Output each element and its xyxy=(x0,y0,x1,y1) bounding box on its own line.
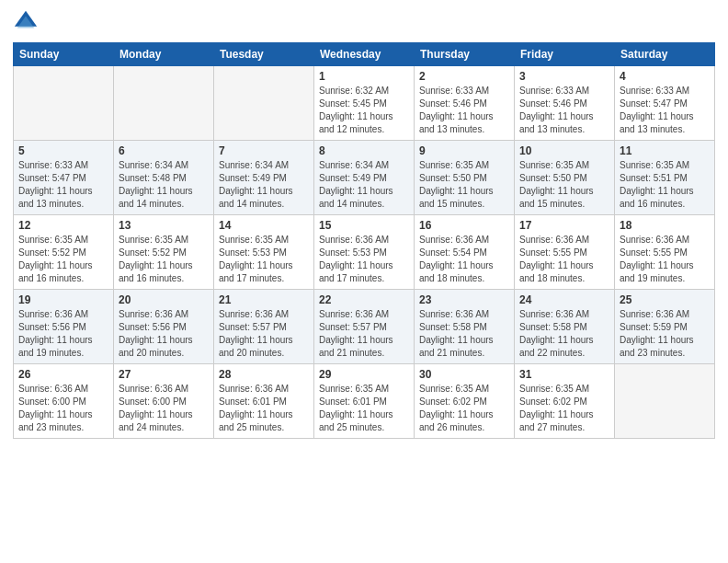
day-cell: 22Sunrise: 6:36 AM Sunset: 5:57 PM Dayli… xyxy=(314,290,415,364)
day-info: Sunrise: 6:36 AM Sunset: 5:58 PM Dayligh… xyxy=(519,308,609,360)
day-number: 9 xyxy=(419,144,509,157)
day-cell: 6Sunrise: 6:34 AM Sunset: 5:48 PM Daylig… xyxy=(114,141,214,215)
day-number: 14 xyxy=(219,219,309,232)
day-info: Sunrise: 6:33 AM Sunset: 5:46 PM Dayligh… xyxy=(519,85,609,136)
day-info: Sunrise: 6:33 AM Sunset: 5:46 PM Dayligh… xyxy=(419,85,509,136)
day-info: Sunrise: 6:36 AM Sunset: 5:55 PM Dayligh… xyxy=(519,234,609,285)
weekday-tuesday: Tuesday xyxy=(214,43,314,66)
day-info: Sunrise: 6:36 AM Sunset: 5:57 PM Dayligh… xyxy=(319,308,409,360)
day-info: Sunrise: 6:35 AM Sunset: 5:53 PM Dayligh… xyxy=(219,234,309,285)
day-number: 7 xyxy=(219,144,309,157)
week-row-3: 19Sunrise: 6:36 AM Sunset: 5:56 PM Dayli… xyxy=(14,290,715,364)
day-number: 11 xyxy=(620,144,710,157)
page-container: SundayMondayTuesdayWednesdayThursdayFrid… xyxy=(0,0,728,448)
day-cell: 23Sunrise: 6:36 AM Sunset: 5:58 PM Dayli… xyxy=(415,290,515,364)
day-number: 2 xyxy=(419,70,509,83)
day-number: 25 xyxy=(620,293,710,306)
day-cell: 9Sunrise: 6:35 AM Sunset: 5:50 PM Daylig… xyxy=(415,141,515,215)
day-info: Sunrise: 6:36 AM Sunset: 6:01 PM Dayligh… xyxy=(219,383,309,434)
day-info: Sunrise: 6:35 AM Sunset: 5:52 PM Dayligh… xyxy=(18,234,108,285)
day-number: 18 xyxy=(620,219,710,232)
day-cell: 11Sunrise: 6:35 AM Sunset: 5:51 PM Dayli… xyxy=(615,141,715,215)
day-number: 19 xyxy=(18,293,108,306)
day-number: 28 xyxy=(219,368,309,381)
day-cell: 5Sunrise: 6:33 AM Sunset: 5:47 PM Daylig… xyxy=(14,141,114,215)
day-cell: 1Sunrise: 6:32 AM Sunset: 5:45 PM Daylig… xyxy=(314,66,415,141)
day-number: 13 xyxy=(119,219,209,232)
day-info: Sunrise: 6:32 AM Sunset: 5:45 PM Dayligh… xyxy=(319,85,409,136)
day-number: 15 xyxy=(319,219,409,232)
day-cell: 27Sunrise: 6:36 AM Sunset: 6:00 PM Dayli… xyxy=(114,364,214,439)
day-cell: 8Sunrise: 6:34 AM Sunset: 5:49 PM Daylig… xyxy=(314,141,415,215)
day-number: 23 xyxy=(419,293,509,306)
weekday-friday: Friday xyxy=(515,43,615,66)
day-cell: 24Sunrise: 6:36 AM Sunset: 5:58 PM Dayli… xyxy=(515,290,615,364)
week-row-0: 1Sunrise: 6:32 AM Sunset: 5:45 PM Daylig… xyxy=(14,66,715,141)
day-cell: 26Sunrise: 6:36 AM Sunset: 6:00 PM Dayli… xyxy=(14,364,114,439)
day-cell: 30Sunrise: 6:35 AM Sunset: 6:02 PM Dayli… xyxy=(415,364,515,439)
day-info: Sunrise: 6:36 AM Sunset: 6:00 PM Dayligh… xyxy=(18,383,108,434)
day-cell: 2Sunrise: 6:33 AM Sunset: 5:46 PM Daylig… xyxy=(415,66,515,141)
logo-icon xyxy=(13,9,39,35)
week-row-1: 5Sunrise: 6:33 AM Sunset: 5:47 PM Daylig… xyxy=(14,141,715,215)
day-number: 4 xyxy=(620,70,710,83)
day-cell: 14Sunrise: 6:35 AM Sunset: 5:53 PM Dayli… xyxy=(214,215,314,290)
day-info: Sunrise: 6:36 AM Sunset: 5:54 PM Dayligh… xyxy=(419,234,509,285)
day-number: 22 xyxy=(319,293,409,306)
logo xyxy=(13,9,40,35)
day-cell: 10Sunrise: 6:35 AM Sunset: 5:50 PM Dayli… xyxy=(515,141,615,215)
day-number: 29 xyxy=(319,368,409,381)
day-number: 10 xyxy=(519,144,609,157)
day-info: Sunrise: 6:36 AM Sunset: 5:59 PM Dayligh… xyxy=(620,308,710,360)
day-info: Sunrise: 6:35 AM Sunset: 5:50 PM Dayligh… xyxy=(519,159,609,211)
weekday-header-row: SundayMondayTuesdayWednesdayThursdayFrid… xyxy=(14,43,715,66)
day-number: 21 xyxy=(219,293,309,306)
day-number: 20 xyxy=(119,293,209,306)
day-cell: 17Sunrise: 6:36 AM Sunset: 5:55 PM Dayli… xyxy=(515,215,615,290)
day-number: 3 xyxy=(519,70,609,83)
day-cell: 12Sunrise: 6:35 AM Sunset: 5:52 PM Dayli… xyxy=(14,215,114,290)
day-info: Sunrise: 6:34 AM Sunset: 5:48 PM Dayligh… xyxy=(119,159,209,211)
day-number: 26 xyxy=(18,368,108,381)
day-info: Sunrise: 6:36 AM Sunset: 5:56 PM Dayligh… xyxy=(18,308,108,360)
day-number: 8 xyxy=(319,144,409,157)
day-info: Sunrise: 6:34 AM Sunset: 5:49 PM Dayligh… xyxy=(219,159,309,211)
day-info: Sunrise: 6:35 AM Sunset: 6:02 PM Dayligh… xyxy=(419,383,509,434)
day-number: 17 xyxy=(519,219,609,232)
day-number: 5 xyxy=(18,144,108,157)
day-cell xyxy=(214,66,314,141)
weekday-wednesday: Wednesday xyxy=(314,43,415,66)
day-cell: 4Sunrise: 6:33 AM Sunset: 5:47 PM Daylig… xyxy=(615,66,715,141)
day-info: Sunrise: 6:36 AM Sunset: 5:53 PM Dayligh… xyxy=(319,234,409,285)
day-info: Sunrise: 6:35 AM Sunset: 6:02 PM Dayligh… xyxy=(519,383,609,434)
day-cell: 20Sunrise: 6:36 AM Sunset: 5:56 PM Dayli… xyxy=(114,290,214,364)
day-number: 1 xyxy=(319,70,409,83)
day-info: Sunrise: 6:35 AM Sunset: 5:51 PM Dayligh… xyxy=(620,159,710,211)
day-cell: 15Sunrise: 6:36 AM Sunset: 5:53 PM Dayli… xyxy=(314,215,415,290)
weekday-thursday: Thursday xyxy=(415,43,515,66)
weekday-sunday: Sunday xyxy=(14,43,114,66)
day-cell: 13Sunrise: 6:35 AM Sunset: 5:52 PM Dayli… xyxy=(114,215,214,290)
weekday-saturday: Saturday xyxy=(615,43,715,66)
day-cell: 7Sunrise: 6:34 AM Sunset: 5:49 PM Daylig… xyxy=(214,141,314,215)
day-cell xyxy=(615,364,715,439)
day-info: Sunrise: 6:35 AM Sunset: 6:01 PM Dayligh… xyxy=(319,383,409,434)
day-cell: 19Sunrise: 6:36 AM Sunset: 5:56 PM Dayli… xyxy=(14,290,114,364)
week-row-2: 12Sunrise: 6:35 AM Sunset: 5:52 PM Dayli… xyxy=(14,215,715,290)
week-row-4: 26Sunrise: 6:36 AM Sunset: 6:00 PM Dayli… xyxy=(14,364,715,439)
calendar-table: SundayMondayTuesdayWednesdayThursdayFrid… xyxy=(13,42,715,439)
day-info: Sunrise: 6:36 AM Sunset: 5:57 PM Dayligh… xyxy=(219,308,309,360)
day-cell: 18Sunrise: 6:36 AM Sunset: 5:55 PM Dayli… xyxy=(615,215,715,290)
day-cell: 21Sunrise: 6:36 AM Sunset: 5:57 PM Dayli… xyxy=(214,290,314,364)
day-info: Sunrise: 6:36 AM Sunset: 5:56 PM Dayligh… xyxy=(119,308,209,360)
day-cell: 3Sunrise: 6:33 AM Sunset: 5:46 PM Daylig… xyxy=(515,66,615,141)
day-info: Sunrise: 6:33 AM Sunset: 5:47 PM Dayligh… xyxy=(620,85,710,136)
day-info: Sunrise: 6:36 AM Sunset: 5:55 PM Dayligh… xyxy=(620,234,710,285)
day-number: 27 xyxy=(119,368,209,381)
day-number: 30 xyxy=(419,368,509,381)
weekday-monday: Monday xyxy=(114,43,214,66)
day-cell: 28Sunrise: 6:36 AM Sunset: 6:01 PM Dayli… xyxy=(214,364,314,439)
day-number: 6 xyxy=(119,144,209,157)
day-cell: 25Sunrise: 6:36 AM Sunset: 5:59 PM Dayli… xyxy=(615,290,715,364)
day-info: Sunrise: 6:34 AM Sunset: 5:49 PM Dayligh… xyxy=(319,159,409,211)
